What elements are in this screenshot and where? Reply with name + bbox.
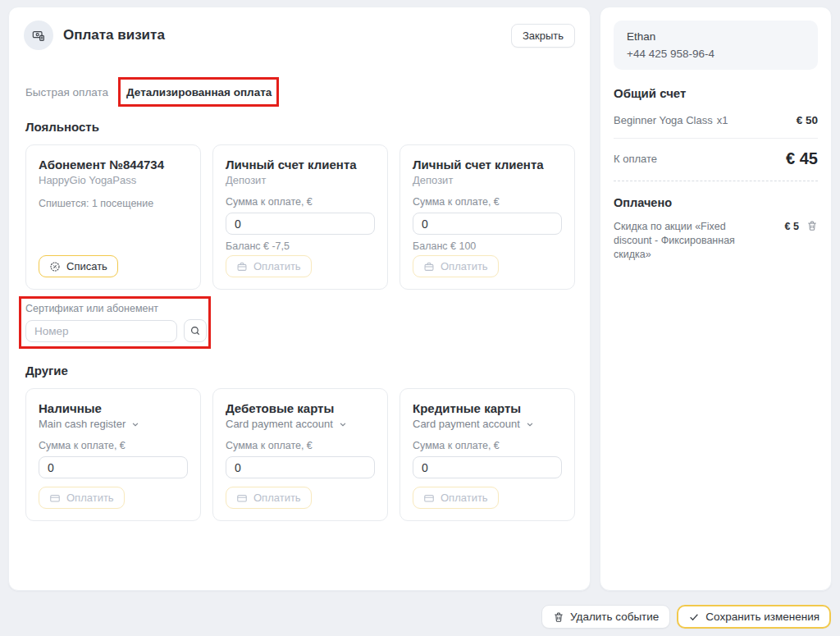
wallet-icon (236, 261, 248, 272)
amount-input-account-2[interactable] (413, 213, 562, 235)
card-title: Наличные (39, 401, 188, 415)
card-subtitle: Депозит (226, 174, 375, 186)
pay-button-credit[interactable]: Оплатить (413, 487, 499, 509)
others-section-heading: Другие (25, 364, 575, 377)
balance-label: Баланс € -7,5 (226, 240, 375, 252)
chevron-down-icon (337, 419, 349, 430)
trash-icon (806, 220, 818, 231)
loyalty-cards-row: Абонемент №844734 HappyGio YogaPass Спиш… (25, 144, 575, 290)
credit-card-icon (49, 492, 61, 504)
card-title: Кредитные карты (413, 401, 562, 415)
redeem-button[interactable]: Списать (39, 255, 118, 277)
payment-icon-circle (24, 21, 53, 50)
payment-terminal-icon (32, 29, 45, 42)
amount-label: Сумма к оплате, € (226, 440, 375, 451)
pay-button-cash[interactable]: Оплатить (39, 487, 125, 509)
delete-event-button[interactable]: Удалить событие (541, 605, 670, 629)
payment-tabs: Быстрая оплата Детализированная оплата (25, 86, 575, 98)
save-changes-button[interactable]: Сохранить изменения (677, 605, 831, 629)
bill-item-qty: x1 (717, 114, 728, 126)
remove-paid-item-button[interactable] (806, 220, 818, 231)
certificate-block: Сертификат или абонемент (25, 303, 207, 342)
personal-account-card-2: Личный счет клиента Депозит Сумма к опла… (399, 144, 575, 290)
search-icon (189, 325, 201, 336)
debit-account-select[interactable]: Card payment account (226, 418, 375, 430)
card-title: Личный счет клиента (413, 158, 562, 172)
client-phone: +44 425 958-96-4 (627, 48, 805, 60)
amount-due-value: € 45 (786, 149, 818, 168)
certificate-search-button[interactable] (184, 319, 207, 342)
balance-label: Баланс € 100 (413, 240, 562, 252)
client-name: Ethan (627, 30, 805, 43)
modal-header: Оплата визита Закрыть (24, 21, 575, 50)
loyalty-section-heading: Лояльность (25, 120, 575, 134)
amount-input-credit[interactable] (413, 456, 562, 478)
trash-icon (553, 611, 564, 623)
card-title: Личный счет клиента (226, 158, 375, 172)
paid-item-price: € 5 (785, 221, 799, 232)
pay-button-account-2[interactable]: Оплатить (413, 255, 499, 277)
card-title: Дебетовые карты (226, 401, 375, 415)
amount-due-label: К оплате (614, 153, 657, 165)
debit-cards-card: Дебетовые карты Card payment account Сум… (212, 388, 388, 521)
amount-label: Сумма к оплате, € (413, 440, 562, 451)
personal-account-card-1: Личный счет клиента Депозит Сумма к опла… (212, 144, 388, 290)
pay-button-account-1[interactable]: Оплатить (226, 255, 312, 277)
tab-detailed-payment[interactable]: Детализированная оплата (126, 86, 272, 98)
amount-input-account-1[interactable] (226, 213, 375, 235)
dashed-divider (614, 181, 818, 181)
amount-label: Сумма к оплате, € (226, 196, 375, 208)
amount-input-debit[interactable] (226, 456, 375, 478)
amount-label: Сумма к оплате, € (39, 440, 188, 451)
certificate-label: Сертификат или абонемент (25, 303, 207, 314)
credit-cards-card: Кредитные карты Card payment account Сум… (399, 388, 575, 521)
bill-item-name: Beginner Yoga Class (614, 114, 713, 126)
paid-item-row: Скидка по акции «Fixed discount - Фиксир… (614, 220, 818, 262)
bill-sidebar: Ethan +44 425 958-96-4 Общий счет Beginn… (600, 7, 832, 591)
others-cards-row: Наличные Main cash register Сумма к опла… (25, 388, 575, 521)
client-info-box: Ethan +44 425 958-96-4 (614, 21, 818, 70)
abonement-subtitle: HappyGio YogaPass (39, 174, 188, 186)
discount-badge-icon (49, 261, 61, 272)
page-title: Оплата визита (63, 27, 165, 43)
amount-due-row: К оплате € 45 (614, 149, 818, 168)
abonement-note: Спишется: 1 посещение (39, 198, 188, 209)
bill-item-price: € 50 (797, 114, 818, 126)
certificate-number-input[interactable] (25, 320, 177, 342)
amount-label: Сумма к оплате, € (413, 196, 562, 208)
paid-heading: Оплачено (614, 196, 818, 209)
chevron-down-icon (130, 419, 141, 430)
tab-quick-payment[interactable]: Быстрая оплата (25, 86, 108, 98)
footer-actions: Удалить событие Сохранить изменения (541, 605, 831, 629)
paid-item-name: Скидка по акции «Fixed discount - Фиксир… (614, 220, 766, 262)
chevron-down-icon (524, 419, 536, 430)
pay-button-debit[interactable]: Оплатить (226, 487, 312, 509)
checkmark-icon (688, 611, 700, 623)
abonement-title: Абонемент №844734 (39, 158, 188, 172)
card-subtitle: Депозит (413, 174, 562, 186)
wallet-icon (423, 261, 435, 272)
credit-card-icon (236, 492, 248, 504)
bill-heading: Общий счет (614, 86, 818, 100)
credit-account-select[interactable]: Card payment account (413, 418, 562, 430)
abonement-card: Абонемент №844734 HappyGio YogaPass Спиш… (25, 144, 201, 290)
close-button[interactable]: Закрыть (511, 24, 575, 48)
cash-card: Наличные Main cash register Сумма к опла… (25, 388, 201, 521)
cash-account-select[interactable]: Main cash register (39, 418, 188, 430)
payment-modal: Оплата визита Закрыть Быстрая оплата Дет… (8, 7, 591, 591)
credit-card-icon (423, 492, 435, 504)
amount-input-cash[interactable] (39, 456, 188, 478)
bill-item-row: Beginner Yoga Classx1 € 50 (614, 112, 818, 139)
